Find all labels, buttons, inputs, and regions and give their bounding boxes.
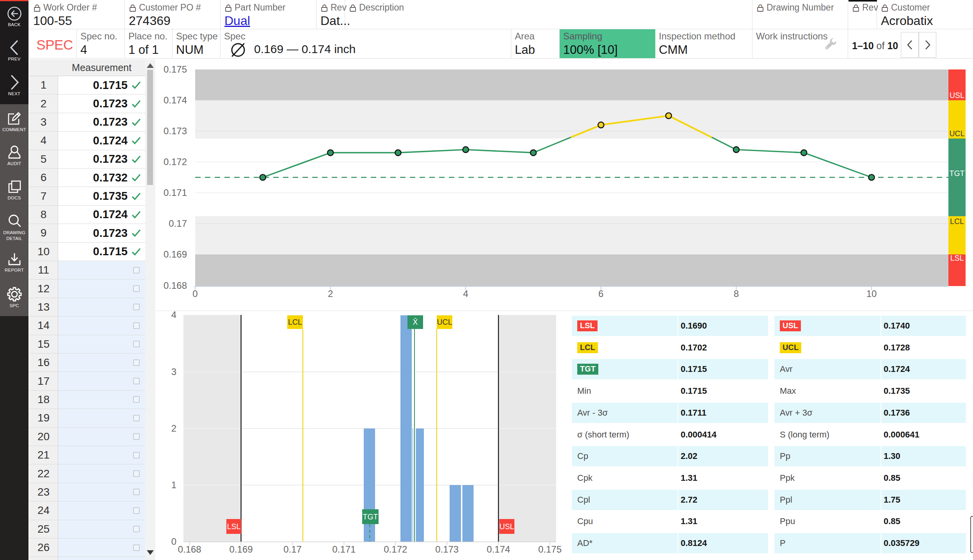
svg-text:0.173: 0.173	[435, 544, 459, 555]
svg-text:LCL: LCL	[288, 318, 302, 326]
svg-text:8: 8	[734, 288, 739, 299]
svg-text:0.175: 0.175	[538, 544, 562, 555]
svg-text:0.173: 0.173	[164, 126, 187, 136]
svg-text:6: 6	[598, 288, 603, 299]
svg-text:0.174: 0.174	[164, 95, 187, 105]
svg-text:USL: USL	[500, 522, 514, 531]
svg-text:0.17: 0.17	[169, 218, 187, 229]
svg-text:UCL: UCL	[437, 318, 452, 326]
svg-text:X̄: X̄	[413, 318, 418, 326]
svg-text:0.169: 0.169	[229, 544, 253, 555]
svg-text:0.175: 0.175	[164, 64, 187, 75]
svg-text:4: 4	[463, 288, 468, 299]
svg-text:UCL: UCL	[949, 129, 964, 138]
svg-text:TGT: TGT	[950, 169, 965, 178]
svg-text:2: 2	[328, 288, 333, 299]
svg-text:0: 0	[171, 536, 176, 547]
svg-text:0: 0	[192, 288, 197, 299]
svg-text:3: 3	[171, 366, 176, 377]
svg-text:LSL: LSL	[950, 254, 964, 262]
svg-text:LSL: LSL	[227, 522, 241, 531]
svg-text:4: 4	[171, 309, 176, 320]
svg-text:10: 10	[866, 288, 877, 299]
svg-text:0.171: 0.171	[164, 187, 187, 198]
svg-text:0.171: 0.171	[332, 544, 356, 555]
svg-text:0.168: 0.168	[164, 280, 187, 291]
svg-text:0.174: 0.174	[487, 544, 510, 555]
svg-text:0.169: 0.169	[164, 249, 187, 260]
svg-text:0.17: 0.17	[283, 544, 302, 555]
svg-text:LCL: LCL	[950, 217, 964, 226]
svg-text:0.172: 0.172	[164, 156, 187, 167]
svg-text:USL: USL	[950, 91, 964, 100]
svg-text:2: 2	[171, 423, 176, 434]
svg-text:1: 1	[171, 480, 176, 490]
svg-text:TGT: TGT	[363, 512, 378, 521]
svg-text:0.168: 0.168	[178, 544, 201, 555]
svg-text:0.172: 0.172	[384, 544, 407, 555]
